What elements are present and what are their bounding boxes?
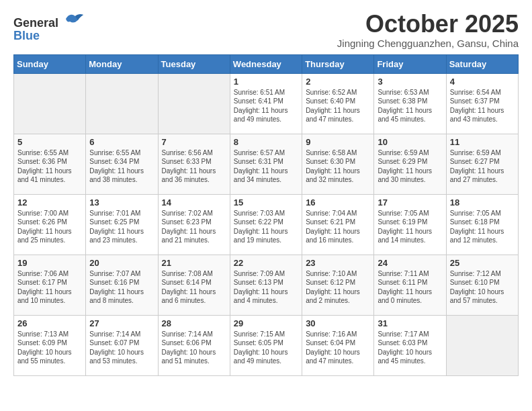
sunrise-text: Sunrise: 6:59 AM bbox=[450, 148, 515, 158]
day-number: 29 bbox=[234, 318, 298, 328]
sunset-text: Sunset: 6:09 PM bbox=[17, 338, 82, 348]
sunrise-text: Sunrise: 6:55 AM bbox=[89, 148, 154, 158]
day-number: 30 bbox=[306, 318, 370, 328]
day-info: Sunrise: 7:11 AMSunset: 6:11 PMDaylight:… bbox=[378, 269, 442, 306]
daylight-text: Daylight: 11 hours and 19 minutes. bbox=[234, 227, 298, 245]
location: Jingning Chengguanzhen, Gansu, China bbox=[337, 38, 519, 49]
sunset-text: Sunset: 6:12 PM bbox=[306, 278, 370, 287]
day-number: 4 bbox=[450, 77, 515, 87]
sunset-text: Sunset: 6:04 PM bbox=[306, 338, 370, 348]
calendar-cell: 13Sunrise: 7:01 AMSunset: 6:25 PMDayligh… bbox=[86, 194, 158, 255]
day-info: Sunrise: 7:16 AMSunset: 6:04 PMDaylight:… bbox=[306, 330, 370, 366]
calendar-cell: 28Sunrise: 7:14 AMSunset: 6:06 PMDayligh… bbox=[158, 315, 230, 375]
day-info: Sunrise: 7:09 AMSunset: 6:13 PMDaylight:… bbox=[234, 269, 298, 306]
sunrise-text: Sunrise: 6:52 AM bbox=[306, 88, 370, 97]
calendar-cell: 1Sunrise: 6:51 AMSunset: 6:41 PMDaylight… bbox=[230, 73, 302, 134]
daylight-text: Daylight: 11 hours and 25 minutes. bbox=[17, 227, 82, 245]
sunrise-text: Sunrise: 6:51 AM bbox=[234, 88, 298, 97]
sunset-text: Sunset: 6:27 PM bbox=[450, 157, 515, 167]
daylight-text: Daylight: 11 hours and 30 minutes. bbox=[378, 167, 442, 185]
daylight-text: Daylight: 10 hours and 51 minutes. bbox=[162, 348, 226, 366]
day-number: 7 bbox=[162, 137, 226, 147]
day-number: 10 bbox=[378, 137, 442, 147]
sunset-text: Sunset: 6:10 PM bbox=[450, 278, 515, 287]
sunrise-text: Sunrise: 6:57 AM bbox=[234, 148, 298, 158]
sunrise-text: Sunrise: 6:55 AM bbox=[17, 148, 82, 158]
day-number: 19 bbox=[17, 258, 82, 268]
sunset-text: Sunset: 6:18 PM bbox=[450, 218, 515, 227]
daylight-text: Daylight: 11 hours and 49 minutes. bbox=[234, 106, 298, 124]
day-info: Sunrise: 7:13 AMSunset: 6:09 PMDaylight:… bbox=[17, 330, 82, 366]
calendar-cell: 10Sunrise: 6:59 AMSunset: 6:29 PMDayligh… bbox=[374, 134, 446, 194]
calendar-cell: 4Sunrise: 6:54 AMSunset: 6:37 PMDaylight… bbox=[446, 73, 518, 134]
weekday-header-row: SundayMondayTuesdayWednesdayThursdayFrid… bbox=[14, 54, 519, 73]
calendar-cell bbox=[14, 73, 86, 134]
day-number: 31 bbox=[378, 318, 442, 328]
daylight-text: Daylight: 11 hours and 2 minutes. bbox=[306, 287, 370, 306]
sunrise-text: Sunrise: 7:08 AM bbox=[162, 269, 226, 279]
sunset-text: Sunset: 6:31 PM bbox=[234, 157, 298, 167]
day-info: Sunrise: 7:05 AMSunset: 6:18 PMDaylight:… bbox=[450, 209, 515, 245]
sunset-text: Sunset: 6:40 PM bbox=[306, 97, 370, 106]
sunset-text: Sunset: 6:11 PM bbox=[378, 278, 442, 287]
sunset-text: Sunset: 6:21 PM bbox=[306, 218, 370, 227]
sunrise-text: Sunrise: 7:05 AM bbox=[450, 209, 515, 218]
week-row-4: 26Sunrise: 7:13 AMSunset: 6:09 PMDayligh… bbox=[14, 315, 519, 375]
daylight-text: Daylight: 11 hours and 36 minutes. bbox=[162, 167, 226, 185]
day-number: 20 bbox=[89, 258, 154, 268]
day-number: 25 bbox=[450, 258, 515, 268]
title-section: October 2025 Jingning Chengguanzhen, Gan… bbox=[337, 11, 519, 49]
day-info: Sunrise: 6:56 AMSunset: 6:33 PMDaylight:… bbox=[162, 148, 226, 185]
sunset-text: Sunset: 6:06 PM bbox=[162, 338, 226, 348]
day-info: Sunrise: 7:02 AMSunset: 6:23 PMDaylight:… bbox=[162, 209, 226, 245]
daylight-text: Daylight: 11 hours and 10 minutes. bbox=[17, 287, 82, 306]
sunset-text: Sunset: 6:03 PM bbox=[378, 338, 442, 348]
daylight-text: Daylight: 11 hours and 8 minutes. bbox=[89, 287, 154, 306]
sunrise-text: Sunrise: 7:15 AM bbox=[234, 330, 298, 339]
sunset-text: Sunset: 6:23 PM bbox=[162, 218, 226, 227]
calendar-cell: 20Sunrise: 7:07 AMSunset: 6:16 PMDayligh… bbox=[86, 255, 158, 315]
day-number: 8 bbox=[234, 137, 298, 147]
daylight-text: Daylight: 11 hours and 23 minutes. bbox=[89, 227, 154, 245]
calendar-cell: 7Sunrise: 6:56 AMSunset: 6:33 PMDaylight… bbox=[158, 134, 230, 194]
daylight-text: Daylight: 11 hours and 4 minutes. bbox=[234, 287, 298, 306]
day-info: Sunrise: 6:52 AMSunset: 6:40 PMDaylight:… bbox=[306, 88, 370, 124]
calendar-cell: 30Sunrise: 7:16 AMSunset: 6:04 PMDayligh… bbox=[302, 315, 374, 375]
weekday-header-wednesday: Wednesday bbox=[230, 54, 302, 73]
day-info: Sunrise: 7:04 AMSunset: 6:21 PMDaylight:… bbox=[306, 209, 370, 245]
day-number: 6 bbox=[89, 137, 154, 147]
sunset-text: Sunset: 6:29 PM bbox=[378, 157, 442, 167]
calendar-cell: 12Sunrise: 7:00 AMSunset: 6:26 PMDayligh… bbox=[14, 194, 86, 255]
sunset-text: Sunset: 6:37 PM bbox=[450, 97, 515, 106]
daylight-text: Daylight: 11 hours and 14 minutes. bbox=[378, 227, 442, 245]
sunrise-text: Sunrise: 6:58 AM bbox=[306, 148, 370, 158]
logo-blue-text: Blue bbox=[13, 30, 40, 42]
daylight-text: Daylight: 11 hours and 45 minutes. bbox=[378, 106, 442, 124]
sunset-text: Sunset: 6:41 PM bbox=[234, 97, 298, 106]
daylight-text: Daylight: 10 hours and 57 minutes. bbox=[450, 287, 515, 306]
day-info: Sunrise: 6:59 AMSunset: 6:27 PMDaylight:… bbox=[450, 148, 515, 185]
daylight-text: Daylight: 10 hours and 47 minutes. bbox=[306, 348, 370, 366]
daylight-text: Daylight: 11 hours and 12 minutes. bbox=[450, 227, 515, 245]
sunset-text: Sunset: 6:30 PM bbox=[306, 157, 370, 167]
calendar-cell: 17Sunrise: 7:05 AMSunset: 6:19 PMDayligh… bbox=[374, 194, 446, 255]
day-number: 5 bbox=[17, 137, 82, 147]
week-row-1: 5Sunrise: 6:55 AMSunset: 6:36 PMDaylight… bbox=[14, 134, 519, 194]
daylight-text: Daylight: 10 hours and 55 minutes. bbox=[17, 348, 82, 366]
daylight-text: Daylight: 11 hours and 34 minutes. bbox=[234, 167, 298, 185]
day-info: Sunrise: 7:17 AMSunset: 6:03 PMDaylight:… bbox=[378, 330, 442, 366]
sunset-text: Sunset: 6:26 PM bbox=[17, 218, 82, 227]
sunset-text: Sunset: 6:17 PM bbox=[17, 278, 82, 287]
sunrise-text: Sunrise: 6:59 AM bbox=[378, 148, 442, 158]
sunrise-text: Sunrise: 7:05 AM bbox=[378, 209, 442, 218]
day-number: 2 bbox=[306, 77, 370, 87]
calendar-cell: 2Sunrise: 6:52 AMSunset: 6:40 PMDaylight… bbox=[302, 73, 374, 134]
day-number: 12 bbox=[17, 197, 82, 208]
calendar-cell: 11Sunrise: 6:59 AMSunset: 6:27 PMDayligh… bbox=[446, 134, 518, 194]
calendar-cell: 22Sunrise: 7:09 AMSunset: 6:13 PMDayligh… bbox=[230, 255, 302, 315]
calendar-cell: 23Sunrise: 7:10 AMSunset: 6:12 PMDayligh… bbox=[302, 255, 374, 315]
day-number: 3 bbox=[378, 77, 442, 87]
weekday-header-tuesday: Tuesday bbox=[158, 54, 230, 73]
sunset-text: Sunset: 6:25 PM bbox=[89, 218, 154, 227]
weekday-header-thursday: Thursday bbox=[302, 54, 374, 73]
